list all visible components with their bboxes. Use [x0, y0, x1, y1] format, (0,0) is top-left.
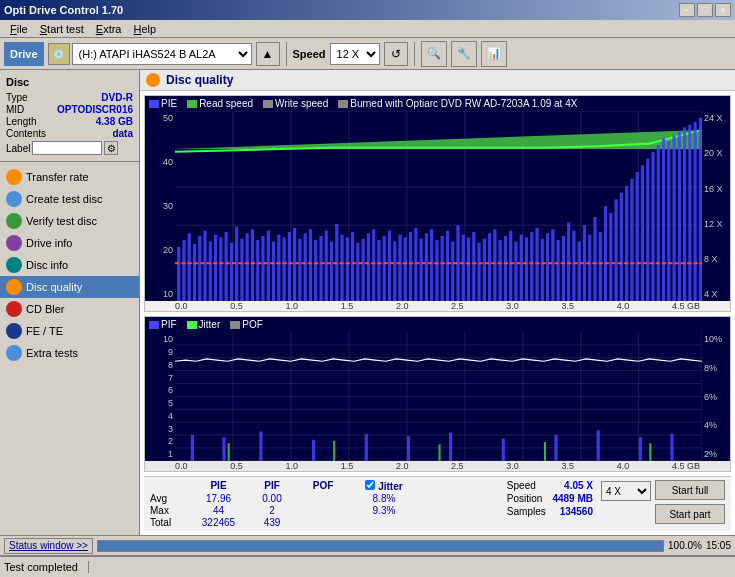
menu-extra[interactable]: Extra	[90, 22, 128, 36]
start-part-button[interactable]: Start part	[655, 504, 725, 524]
window-title: Opti Drive Control 1.70	[4, 4, 123, 16]
refresh-button[interactable]: ▲	[256, 42, 280, 66]
minimize-button[interactable]: −	[679, 3, 695, 17]
x-label-0-0: 0.0	[175, 301, 188, 311]
svg-rect-109	[667, 141, 670, 301]
svg-rect-55	[383, 236, 386, 301]
sidebar-item-transfer-rate[interactable]: Transfer rate	[0, 166, 139, 188]
svg-rect-141	[407, 436, 410, 461]
svg-rect-140	[365, 434, 368, 461]
start-full-button[interactable]: Start full	[655, 480, 725, 500]
svg-rect-59	[404, 237, 407, 301]
sidebar-item-extra-tests[interactable]: Extra tests	[0, 342, 139, 364]
svg-rect-63	[425, 233, 428, 301]
disc-label-input[interactable]	[32, 141, 102, 155]
speed-info-block: Speed 4.05 X Position 4489 MB Samples 13…	[507, 480, 593, 528]
svg-rect-49	[351, 232, 354, 301]
svg-rect-95	[593, 217, 596, 301]
transfer-rate-label: Transfer rate	[26, 171, 89, 183]
maximize-button[interactable]: □	[697, 3, 713, 17]
y-right-2pct: 2%	[704, 449, 717, 459]
menu-help[interactable]: Help	[127, 22, 162, 36]
legend-pif: PIF	[149, 319, 177, 330]
upper-chart-svg	[175, 111, 702, 301]
x-low-2-0: 2.0	[396, 461, 409, 471]
upper-plot-area	[175, 111, 702, 301]
svg-rect-42	[314, 240, 317, 301]
drive-selector-group: 💿 (H:) ATAPI iHAS524 B AL2A	[48, 43, 252, 65]
close-button[interactable]: ×	[715, 3, 731, 17]
svg-rect-100	[620, 193, 623, 302]
lower-x-axis: 0.0 0.5 1.0 1.5 2.0 2.5 3.0 3.5 4.0 4.5 …	[145, 461, 730, 471]
sidebar-item-disc-quality[interactable]: Disc quality	[0, 276, 139, 298]
legend-pif-label: PIF	[161, 319, 177, 330]
sidebar-item-create-test-disc[interactable]: Create test disc	[0, 188, 139, 210]
sidebar-item-cd-bler[interactable]: CD Bler	[0, 298, 139, 320]
extra-tests-label: Extra tests	[26, 347, 78, 359]
y-label-10: 10	[163, 289, 173, 299]
svg-rect-98	[609, 213, 612, 301]
toolbar-btn-1[interactable]: 🔍	[421, 41, 447, 67]
y-right-8pct: 8%	[704, 363, 717, 373]
svg-rect-41	[309, 229, 312, 301]
svg-rect-79	[509, 231, 512, 302]
y-right-24x: 24 X	[704, 113, 723, 123]
svg-rect-52	[367, 233, 370, 301]
svg-rect-114	[694, 122, 697, 301]
y-label-30: 30	[163, 201, 173, 211]
svg-rect-26	[230, 243, 233, 301]
progress-percent: 100.0%	[668, 540, 702, 551]
speed-select[interactable]: 12 X	[330, 43, 380, 65]
status-completed-text: Test completed	[4, 561, 89, 573]
svg-rect-96	[599, 232, 602, 301]
legend-pie-color	[149, 100, 159, 108]
svg-rect-54	[377, 240, 380, 301]
sidebar-item-fe-te[interactable]: FE / TE	[0, 320, 139, 342]
svg-rect-150	[439, 445, 441, 461]
svg-rect-83	[530, 232, 533, 301]
toolbar-btn-3[interactable]: 📊	[481, 41, 507, 67]
disc-info-block: Type DVD-R MID OPTODISCR016 Length 4.38 …	[0, 90, 139, 157]
y-low-8: 8	[168, 360, 173, 370]
svg-rect-73	[477, 243, 480, 301]
menu-file[interactable]: File	[4, 22, 34, 36]
y-label-50: 50	[163, 113, 173, 123]
disc-length-label: Length	[6, 116, 37, 127]
speed-label: Speed	[293, 48, 326, 60]
stats-avg-label: Avg	[150, 493, 190, 504]
stats-max-pie: 44	[191, 505, 246, 516]
speed-refresh-button[interactable]: ↺	[384, 42, 408, 66]
disc-length-value: 4.38 GB	[96, 116, 133, 127]
toolbar-btn-2[interactable]: 🔧	[451, 41, 477, 67]
x-low-3-5: 3.5	[562, 461, 575, 471]
start-buttons-group: 4 X Start full Start part	[601, 480, 725, 528]
svg-rect-16	[177, 247, 180, 301]
y-low-5: 5	[168, 398, 173, 408]
menu-start-test[interactable]: Start test	[34, 22, 90, 36]
svg-rect-51	[362, 239, 365, 302]
y-label-40: 40	[163, 157, 173, 167]
svg-rect-99	[615, 199, 618, 301]
svg-rect-108	[662, 138, 665, 301]
y-low-10: 10	[163, 334, 173, 344]
svg-rect-33	[267, 231, 270, 302]
legend-pif-color	[149, 321, 159, 329]
drive-select[interactable]: (H:) ATAPI iHAS524 B AL2A	[72, 43, 252, 65]
status-window-button[interactable]: Status window >>	[4, 538, 93, 554]
lower-plot-area	[175, 332, 702, 461]
svg-rect-21	[203, 231, 206, 302]
disc-label-button[interactable]: ⚙	[104, 141, 118, 155]
svg-rect-80	[514, 241, 517, 301]
upper-x-axis: 0.0 0.5 1.0 1.5 2.0 2.5 3.0 3.5 4.0 4.5 …	[145, 301, 730, 311]
svg-rect-25	[225, 232, 228, 301]
svg-marker-15	[175, 130, 702, 149]
sidebar-item-drive-info[interactable]: Drive info	[0, 232, 139, 254]
jitter-checkbox[interactable]	[365, 480, 375, 490]
position-row: Position 4489 MB	[507, 493, 593, 504]
sidebar-item-disc-info[interactable]: Disc info	[0, 254, 139, 276]
toolbar-separator	[286, 42, 287, 66]
stats-avg-pof	[298, 493, 348, 504]
svg-rect-74	[483, 239, 486, 302]
speed-select-small[interactable]: 4 X	[601, 481, 651, 501]
sidebar-item-verify-test-disc[interactable]: Verify test disc	[0, 210, 139, 232]
